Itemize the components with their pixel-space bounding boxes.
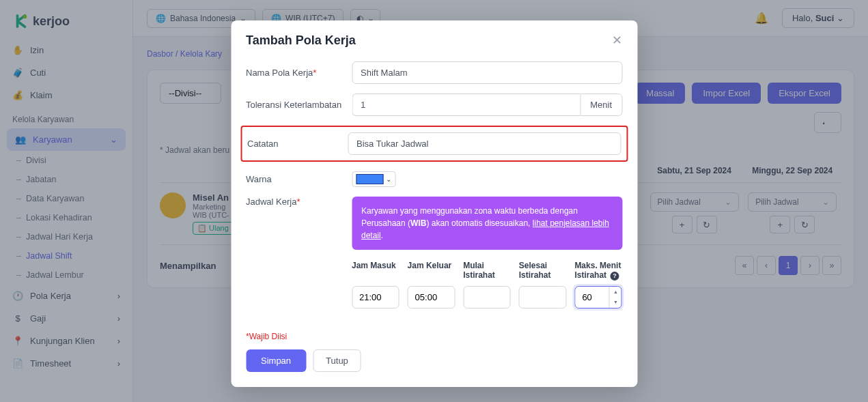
label-jadwal: Jadwal Kerja* — [246, 197, 352, 207]
modal-footer: *Wajib Diisi Simpan Tutup — [231, 325, 637, 387]
modal-header: Tambah Pola Kerja ✕ — [231, 20, 637, 57]
chevron-down-icon: ⌄ — [386, 175, 391, 183]
selesai-istirahat-input[interactable] — [519, 286, 567, 308]
maks-menit-input[interactable] — [575, 287, 609, 308]
label-toleransi: Toleransi Keterlambatan — [246, 100, 352, 110]
label-catatan: Catatan — [247, 139, 348, 149]
th-selesai: Selesai Istirahat — [519, 261, 567, 281]
th-masuk: Jam Masuk — [352, 261, 400, 281]
jam-masuk-input[interactable] — [352, 286, 400, 308]
help-icon[interactable]: ? — [610, 272, 619, 281]
modal-title: Tambah Pola Kerja — [246, 33, 356, 48]
jam-keluar-input[interactable] — [408, 286, 456, 308]
th-maks: Maks. Menit Istirahat ? — [574, 261, 622, 281]
nama-input[interactable] — [352, 61, 622, 84]
label-nama: Nama Pola Kerja* — [246, 68, 352, 78]
spin-up[interactable]: ▲ — [610, 287, 621, 298]
mulai-istirahat-input[interactable] — [463, 286, 511, 308]
color-swatch — [356, 174, 383, 184]
modal: Tambah Pola Kerja ✕ Nama Pola Kerja* Tol… — [231, 20, 637, 387]
catatan-input[interactable] — [348, 132, 621, 155]
th-mulai: Mulai Istirahat — [463, 261, 511, 281]
menit-addon: Menit — [580, 94, 622, 116]
simpan-button[interactable]: Simpan — [246, 349, 306, 372]
schedule-table: Jam Masuk Jam Keluar Mulai Istirahat Sel… — [352, 261, 622, 308]
toleransi-input[interactable] — [352, 94, 580, 116]
modal-body: Nama Pola Kerja* Toleransi Keterlambatan… — [231, 57, 637, 325]
catatan-row-highlighted: Catatan — [240, 126, 628, 162]
spin-down[interactable]: ▼ — [610, 297, 621, 308]
maks-menit-input-wrapper: ▲ ▼ — [574, 286, 622, 308]
label-warna: Warna — [246, 174, 352, 184]
tutup-button[interactable]: Tutup — [313, 349, 361, 372]
close-button[interactable]: ✕ — [612, 33, 622, 48]
timezone-info: Karyawan yang menggunakan zona waktu ber… — [352, 197, 622, 250]
required-note: *Wajib Diisi — [246, 332, 622, 341]
warna-select[interactable]: ⌄ — [352, 171, 395, 187]
th-keluar: Jam Keluar — [408, 261, 456, 281]
